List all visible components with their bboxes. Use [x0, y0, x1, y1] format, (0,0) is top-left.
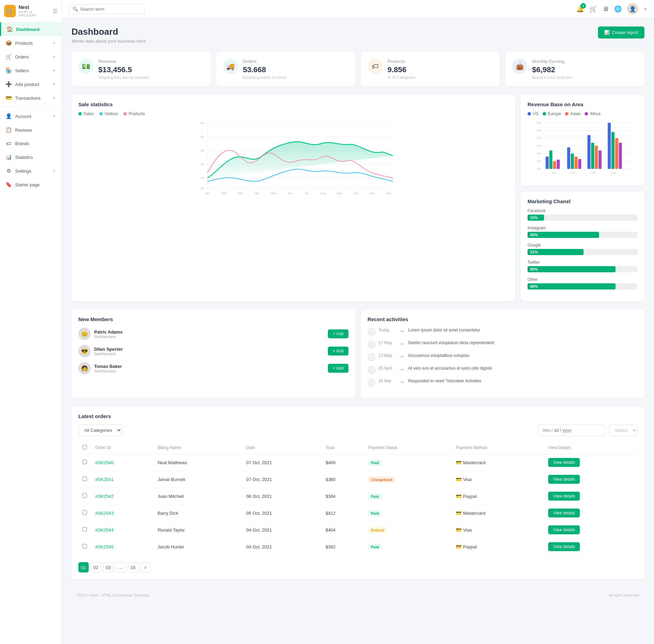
svg-rect-44	[567, 148, 570, 169]
add-member-button-1[interactable]: + Add	[328, 347, 348, 356]
select-all-checkbox[interactable]	[82, 445, 87, 449]
order-total-5: $392	[321, 538, 364, 555]
row-checkbox-0[interactable]	[82, 460, 87, 464]
table-row: #SK2545 Jacob Hunter 04 Oct, 2021 $392 P…	[78, 538, 638, 555]
col-view-details: View Details	[544, 441, 638, 454]
sidebar-item-brands[interactable]: 🏷 Brands	[0, 137, 62, 150]
footer-left: 2021 © Nest - HTML Ecommerce Template.	[77, 593, 150, 597]
order-id-3[interactable]: #SK2543	[95, 511, 114, 516]
view-details-button-5[interactable]: View details	[548, 542, 580, 551]
sidebar-item-starter-page[interactable]: 🔖 Starter page	[0, 178, 62, 192]
activity-date-4: 26 Mar	[379, 379, 396, 383]
activity-circle-0: ◯	[368, 328, 375, 336]
sidebar-item-add-product[interactable]: ➕ Add product ▼	[0, 77, 62, 91]
svg-text:Mar: Mar	[238, 192, 243, 195]
sale-chart-legend: SalesVisitorsProducts	[78, 111, 508, 116]
page-button-4[interactable]: 16	[128, 562, 138, 572]
add-member-button-2[interactable]: + Add	[328, 364, 348, 373]
page-button-3[interactable]: ...	[115, 562, 126, 572]
nav-label-3: Sellers	[15, 68, 29, 73]
mkt-label-4: Other	[528, 277, 638, 282]
topbar-right: 🔔 9 🛒 🖥 🌐 👤 ▼	[576, 3, 647, 14]
billing-name-0: Neal Matthews	[154, 454, 242, 471]
col-date: Date	[242, 441, 322, 454]
mkt-bar-3: 80%	[528, 266, 616, 272]
orders-filters: All Categories Status	[78, 425, 638, 436]
view-details-button-4[interactable]: View details	[548, 525, 580, 534]
page-button-2[interactable]: 03	[103, 562, 113, 572]
nav-arrow-1: ▼	[53, 41, 56, 45]
sale-chart-canvas: 40 35 30 25 20 15	[78, 120, 508, 196]
row-checkbox-4[interactable]	[82, 527, 87, 532]
activity-circle-2: ◯	[368, 353, 375, 361]
order-total-4: $404	[321, 522, 364, 538]
activity-arrow-1: →	[399, 341, 405, 347]
order-date-1: 07 Oct, 2021	[242, 471, 322, 488]
page-button-1[interactable]: 02	[91, 562, 101, 572]
globe-icon[interactable]: 🌐	[614, 5, 622, 13]
view-details-button-1[interactable]: View details	[548, 475, 580, 484]
sidebar-toggle-button[interactable]: ☰	[53, 8, 57, 14]
svg-text:Nov: Nov	[369, 192, 375, 195]
user-avatar[interactable]: 👤	[627, 3, 638, 14]
cart-icon[interactable]: 🛒	[589, 5, 597, 13]
order-id-0[interactable]: #SK2540	[95, 460, 114, 465]
revenue-area-chart: Revenue Base on Area USEuropeAsianAfrica…	[521, 95, 644, 186]
payment-method-0: 💳Mastercard	[452, 454, 544, 471]
page-button-0[interactable]: 01	[78, 562, 89, 572]
sidebar-item-settings[interactable]: ⚙ Settings ▼	[0, 164, 62, 178]
sidebar-item-products[interactable]: 📦 Products ▼	[0, 36, 62, 50]
col-payment-method: Payment Method	[452, 441, 544, 454]
add-member-button-0[interactable]: + Add	[328, 329, 348, 338]
row-checkbox-1[interactable]	[82, 477, 87, 481]
stat-note-0: Shipping fees are not included	[98, 75, 149, 79]
row-checkbox-2[interactable]	[82, 493, 87, 498]
pagination-next-button[interactable]: ›	[140, 562, 151, 572]
order-id-4[interactable]: #SK2544	[95, 527, 114, 533]
payment-icon-2: 💳	[456, 493, 462, 499]
date-filter[interactable]	[538, 425, 605, 436]
screen-icon[interactable]: 🖥	[602, 6, 609, 13]
view-details-button-0[interactable]: View details	[548, 458, 580, 467]
svg-text:300: 300	[537, 168, 541, 171]
billing-name-3: Barry Dick	[154, 505, 242, 522]
nav-icon-5: 💳	[5, 95, 12, 101]
mid-row: New Members 😊 Patric Adams Sanfrancisco …	[71, 309, 644, 398]
svg-rect-46	[575, 156, 578, 169]
mkt-bar-text-2: 51%	[530, 250, 538, 254]
mkt-bar-bg-1: 65%	[528, 232, 638, 238]
nav-arrow-3: ▼	[53, 69, 56, 73]
topbar: 🔍 🔔 9 🛒 🖥 🌐 👤 ▼	[62, 0, 654, 18]
stat-info-2: Products 9.856 In 19 Categories	[388, 59, 415, 79]
sidebar-item-account[interactable]: 👤 Account ▼	[0, 109, 62, 123]
view-details-button-2[interactable]: View details	[548, 492, 580, 501]
sidebar-item-orders[interactable]: 🛒 Orders ▼	[0, 50, 62, 64]
order-id-1[interactable]: #SK2541	[95, 477, 114, 482]
view-details-button-3[interactable]: View details	[548, 509, 580, 517]
sidebar-item-statistics[interactable]: 📊 Statistics	[0, 150, 62, 164]
order-id-5[interactable]: #SK2545	[95, 544, 114, 549]
nav-label-0: Dashboard	[16, 27, 40, 32]
status-filter[interactable]: Status	[609, 425, 638, 436]
member-avatar-0: 😊	[78, 328, 91, 340]
activity-row-1: ◯ 17 May → Debitis nesciunt voluptatum d…	[368, 340, 638, 348]
search-box[interactable]: 🔍	[69, 4, 144, 14]
notification-icon[interactable]: 🔔 9	[576, 5, 584, 13]
create-report-button[interactable]: 📊 Create report	[598, 26, 644, 39]
user-dropdown-arrow[interactable]: ▼	[644, 7, 647, 11]
order-id-2[interactable]: #SK2542	[95, 494, 114, 499]
sidebar-item-dashboard[interactable]: 🏠 Dashboard	[0, 22, 62, 36]
sidebar-item-sellers[interactable]: 🏪 Sellers ▼	[0, 64, 62, 77]
table-row: #SK2541 Jamal Burnett 07 Oct, 2021 $380 …	[78, 471, 638, 488]
rev-label-0: US	[533, 111, 539, 116]
stat-icon-0: 💵	[78, 59, 93, 74]
search-input[interactable]	[80, 7, 135, 12]
sidebar-item-transactions[interactable]: 💳 Transactions ▼	[0, 91, 62, 105]
row-checkbox-3[interactable]	[82, 510, 87, 515]
category-filter[interactable]: All Categories	[78, 425, 122, 436]
row-checkbox-5[interactable]	[82, 544, 87, 548]
activity-date-2: 13 May	[379, 353, 396, 358]
sidebar-item-reviews[interactable]: 📋 Reviews	[0, 123, 62, 137]
nav-icon-1: 📦	[5, 40, 12, 46]
member-row-2: 🧑 Tomas Baker Sanfrancisco + Add	[78, 362, 348, 374]
